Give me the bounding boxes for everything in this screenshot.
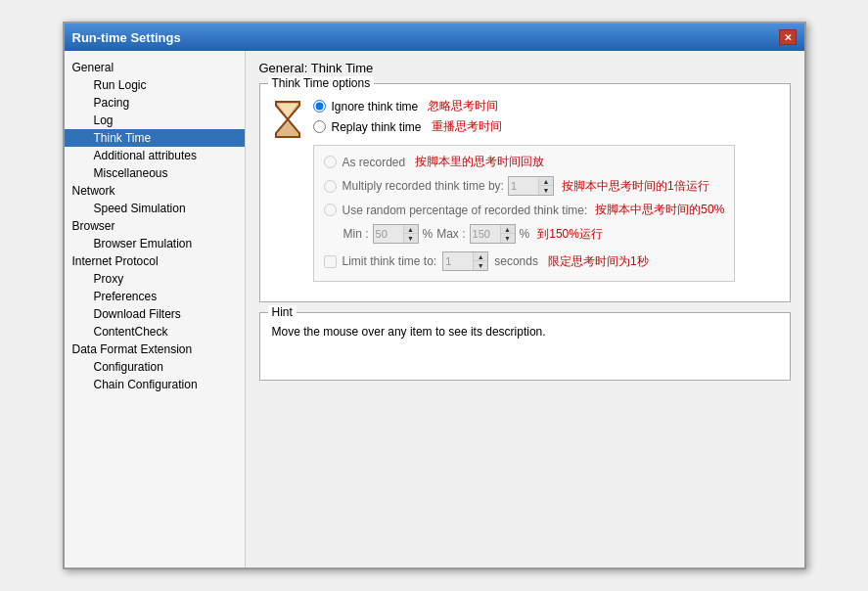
as-recorded-label: As recorded: [343, 156, 406, 169]
sidebar-item-preferences[interactable]: Preferences: [65, 288, 245, 305]
sidebar-group-general: General: [65, 59, 245, 76]
limit-spinbox[interactable]: ▲ ▼: [442, 251, 488, 271]
limit-input[interactable]: [443, 252, 473, 270]
max-spinbox[interactable]: ▲ ▼: [470, 224, 516, 244]
sidebar-item-pacing[interactable]: Pacing: [65, 94, 245, 112]
sidebar-item-browser-emulation[interactable]: Browser Emulation: [65, 235, 245, 252]
limit-annotation: 限定思考时间为1秒: [548, 253, 649, 270]
seconds-label: seconds: [494, 254, 538, 268]
window-body: General Run Logic Pacing Log Think Time …: [65, 51, 804, 568]
min-input[interactable]: [374, 225, 403, 243]
max-label: Max :: [436, 227, 465, 241]
as-recorded-radio[interactable]: [324, 156, 337, 168]
sidebar: General Run Logic Pacing Log Think Time …: [65, 51, 246, 568]
sidebar-group-network: Network: [65, 182, 245, 200]
multiply-option: Multiply recorded think time by: ▲ ▼: [324, 176, 725, 196]
think-time-options-box: Think Time options: [259, 83, 791, 302]
random-annotation2: 到150%运行: [537, 226, 603, 243]
percent2: %: [520, 227, 530, 241]
multiply-label: Multiply recorded think time by:: [343, 179, 504, 193]
min-label: Min :: [343, 227, 369, 241]
hint-box: Hint Move the mouse over any item to see…: [259, 312, 791, 381]
as-recorded-annotation: 按脚本里的思考时间回放: [415, 154, 544, 170]
title-bar: Run-time Settings ✕: [65, 23, 804, 51]
ignore-think-time-row: Ignore think time 忽略思考时间: [313, 98, 736, 114]
sidebar-item-proxy[interactable]: Proxy: [65, 270, 245, 288]
section-title: General: Think Time: [259, 61, 791, 75]
limit-down[interactable]: ▼: [474, 261, 487, 270]
window-title: Run-time Settings: [72, 30, 181, 45]
multiply-up[interactable]: ▲: [539, 177, 553, 186]
ignore-annotation: 忽略思考时间: [428, 98, 498, 114]
sidebar-item-speed-simulation[interactable]: Speed Simulation: [65, 200, 245, 217]
sidebar-item-run-logic[interactable]: Run Logic: [65, 76, 245, 94]
multiply-row: Multiply recorded think time by: ▲ ▼: [343, 176, 709, 196]
limit-arrows: ▲ ▼: [473, 252, 487, 270]
ignore-label[interactable]: Ignore think time: [332, 100, 419, 114]
as-recorded-option: As recorded 按脚本里的思考时间回放: [324, 154, 725, 170]
hourglass-row: Ignore think time 忽略思考时间 Replay think ti…: [272, 98, 778, 282]
min-spinbox[interactable]: ▲ ▼: [373, 224, 419, 244]
limit-row: Limit think time to: ▲ ▼ seconds: [324, 251, 725, 271]
multiply-arrows: ▲ ▼: [538, 177, 553, 195]
multiply-spinbox[interactable]: ▲ ▼: [508, 176, 554, 196]
multiply-annotation: 按脚本中思考时间的1倍运行: [562, 178, 709, 195]
sidebar-item-additional-attributes[interactable]: Additional attributes: [65, 147, 245, 164]
sidebar-item-chain-configuration[interactable]: Chain Configuration: [65, 376, 245, 393]
min-max-row: Min : ▲ ▼ % Max :: [343, 224, 725, 244]
random-radio[interactable]: [324, 204, 337, 216]
replay-think-time-row: Replay think time 重播思考时间: [313, 118, 736, 135]
random-row: Use random percentage of recorded think …: [343, 202, 725, 218]
random-label: Use random percentage of recorded think …: [343, 204, 588, 217]
hint-legend: Hint: [268, 305, 297, 319]
content-panel: General: Think Time Think Time options: [246, 51, 804, 568]
close-button[interactable]: ✕: [779, 29, 797, 45]
sidebar-group-browser: Browser: [65, 217, 245, 235]
replay-label[interactable]: Replay think time: [332, 120, 422, 134]
max-down[interactable]: ▼: [501, 234, 515, 243]
think-time-options: Ignore think time 忽略思考时间 Replay think ti…: [272, 92, 778, 282]
max-input[interactable]: [471, 225, 500, 243]
replay-radio[interactable]: [313, 120, 326, 133]
sidebar-item-think-time[interactable]: Think Time: [65, 129, 245, 147]
percent1: %: [423, 227, 434, 241]
main-window: Run-time Settings ✕ General Run Logic Pa…: [63, 22, 806, 569]
min-arrows: ▲ ▼: [403, 225, 418, 243]
sidebar-group-internet-protocol: Internet Protocol: [65, 252, 245, 270]
multiply-input[interactable]: [509, 177, 538, 195]
sidebar-item-download-filters[interactable]: Download Filters: [65, 305, 245, 323]
max-up[interactable]: ▲: [501, 225, 515, 234]
think-time-legend: Think Time options: [268, 76, 375, 90]
sidebar-item-log[interactable]: Log: [65, 112, 245, 129]
hourglass-icon: [272, 100, 303, 144]
limit-checkbox[interactable]: [324, 255, 337, 268]
multiply-down[interactable]: ▼: [539, 186, 553, 195]
hint-text: Move the mouse over any item to see its …: [272, 325, 778, 339]
min-up[interactable]: ▲: [404, 225, 418, 234]
ignore-radio[interactable]: [313, 100, 326, 113]
radio-options: Ignore think time 忽略思考时间 Replay think ti…: [313, 98, 736, 282]
replay-annotation: 重播思考时间: [432, 118, 502, 135]
sidebar-item-configuration[interactable]: Configuration: [65, 358, 245, 376]
multiply-radio[interactable]: [324, 180, 337, 193]
max-arrows: ▲ ▼: [500, 225, 515, 243]
sidebar-item-contentcheck[interactable]: ContentCheck: [65, 323, 245, 341]
random-annotation: 按脚本中思考时间的50%: [595, 202, 724, 218]
limit-label: Limit think time to:: [343, 254, 437, 268]
min-down[interactable]: ▼: [404, 234, 418, 243]
sidebar-group-data-format: Data Format Extension: [65, 341, 245, 358]
replay-group: As recorded 按脚本里的思考时间回放 Multiply recorde…: [313, 145, 736, 282]
random-option: Use random percentage of recorded think …: [324, 202, 725, 218]
title-controls: ✕: [779, 29, 797, 45]
limit-up[interactable]: ▲: [474, 252, 487, 261]
sidebar-item-miscellaneous[interactable]: Miscellaneous: [65, 164, 245, 182]
